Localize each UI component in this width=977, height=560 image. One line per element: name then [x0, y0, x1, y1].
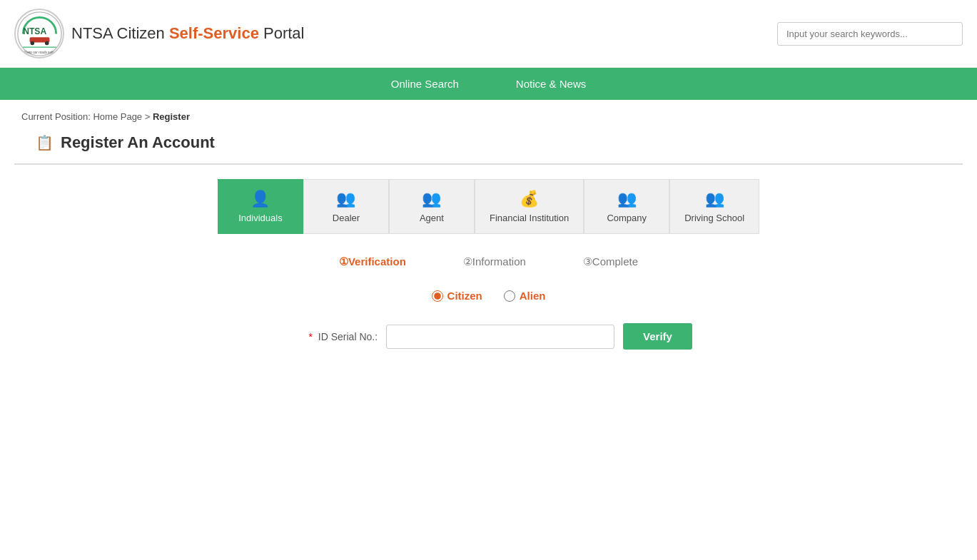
- agent-icon: 👥: [422, 190, 441, 208]
- tab-financial-institution[interactable]: 💰 Financial Institution: [475, 179, 584, 234]
- id-serial-row: * ID Serial No.: Verify: [285, 323, 692, 350]
- svg-text:Keep our roads safe: Keep our roads safe: [24, 51, 54, 54]
- company-icon: 👥: [617, 190, 637, 208]
- step-information: ②Information: [463, 255, 526, 268]
- tab-agent-label: Agent: [420, 213, 444, 223]
- alien-radio-label[interactable]: Alien: [504, 290, 546, 302]
- step-complete: ③Complete: [583, 255, 638, 268]
- citizen-label: Citizen: [447, 290, 482, 302]
- svg-point-4: [44, 41, 49, 45]
- citizen-radio[interactable]: [432, 290, 443, 302]
- registration-tabs: 👤 Individuals 👥 Dealer 👥 Agent 💰 Financi…: [203, 179, 774, 234]
- id-serial-label: * ID Serial No.:: [285, 331, 378, 342]
- header: NTSA Keep our roads safe NTSA Citizen Se…: [0, 0, 977, 68]
- search-box[interactable]: [777, 22, 963, 46]
- dealer-icon: 👥: [336, 190, 355, 208]
- tab-company[interactable]: 👥 Company: [584, 179, 669, 234]
- tab-dealer-label: Dealer: [333, 213, 360, 223]
- breadcrumb: Current Position: Home Page > Register: [0, 100, 977, 133]
- alien-label: Alien: [520, 290, 546, 302]
- page-title-section: 📋 Register An Account: [14, 133, 963, 165]
- nav-online-search[interactable]: Online Search: [363, 68, 487, 100]
- search-input[interactable]: [777, 22, 963, 46]
- tab-company-label: Company: [607, 213, 647, 223]
- site-title: NTSA Citizen Self-Service Portal: [71, 24, 305, 43]
- tab-driving-school-label: Driving School: [684, 213, 744, 223]
- tab-financial-label: Financial Institution: [490, 213, 569, 223]
- register-icon: 📋: [36, 134, 54, 151]
- tab-agent[interactable]: 👥 Agent: [389, 179, 475, 234]
- page-title: Register An Account: [61, 133, 215, 152]
- step-verification: ①Verification: [339, 255, 406, 268]
- id-serial-input[interactable]: [386, 325, 614, 349]
- financial-icon: 💰: [520, 190, 539, 208]
- tab-individuals[interactable]: 👤 Individuals: [218, 179, 303, 234]
- form-area: Citizen Alien * ID Serial No.: Verify: [0, 290, 977, 350]
- steps: ①Verification ②Information ③Complete: [239, 255, 739, 268]
- tab-dealer[interactable]: 👥 Dealer: [303, 179, 389, 234]
- citizen-radio-label[interactable]: Citizen: [432, 290, 482, 302]
- required-marker: *: [308, 331, 312, 342]
- individuals-icon: 👤: [250, 190, 270, 208]
- alien-radio[interactable]: [504, 290, 515, 302]
- radio-group: Citizen Alien: [432, 290, 546, 302]
- nav-notice-news[interactable]: Notice & News: [487, 68, 614, 100]
- logo: NTSA Keep our roads safe: [14, 9, 64, 58]
- verify-button[interactable]: Verify: [623, 323, 692, 350]
- svg-point-3: [30, 41, 34, 45]
- driving-school-icon: 👥: [705, 190, 724, 208]
- tab-driving-school[interactable]: 👥 Driving School: [669, 179, 759, 234]
- tab-individuals-label: Individuals: [238, 213, 282, 223]
- logo-area: NTSA Keep our roads safe NTSA Citizen Se…: [14, 9, 305, 58]
- navbar: Online Search Notice & News: [0, 68, 977, 100]
- svg-text:NTSA: NTSA: [23, 26, 46, 36]
